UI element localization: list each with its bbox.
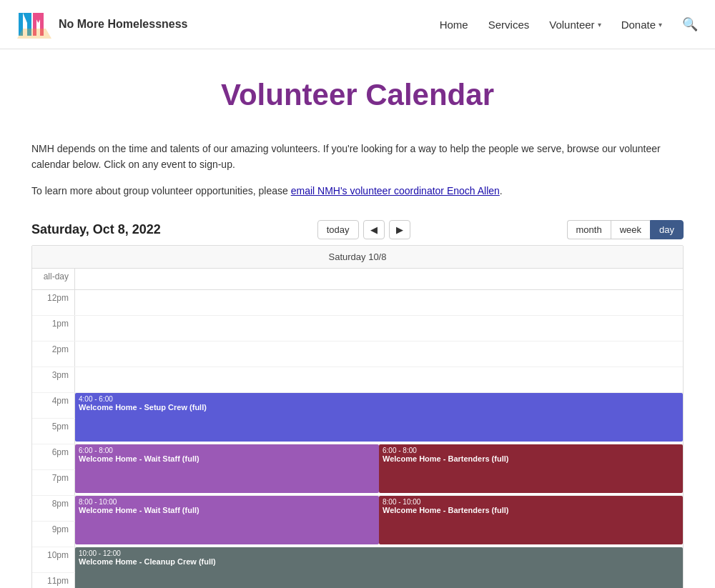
month-view-button[interactable]: month — [567, 220, 611, 239]
time-label-4pm: 4pm — [32, 393, 75, 418]
event-time-event1: 4:00 - 6:00 — [79, 395, 679, 403]
time-row-3pm: 3pm — [32, 367, 683, 393]
time-row-6pm: 6pm6:00 - 8:00Welcome Home - Wait Staff … — [32, 444, 683, 470]
event-time-event5: 8:00 - 10:00 — [383, 498, 679, 506]
volunteer-chevron: ▾ — [598, 21, 601, 29]
time-cell-0 — [75, 290, 683, 315]
intro-paragraph-2: To learn more about group volunteer oppo… — [31, 183, 684, 199]
calendar-controls: Saturday, Oct 8, 2022 today ◀ ▶ month we… — [31, 220, 684, 239]
event-event1[interactable]: 4:00 - 6:00Welcome Home - Setup Crew (fu… — [75, 393, 683, 442]
day-view-button[interactable]: day — [650, 220, 684, 239]
time-label-7pm: 7pm — [32, 470, 75, 495]
today-button[interactable]: today — [317, 220, 359, 239]
next-button[interactable]: ▶ — [389, 220, 410, 239]
allday-row: all-day — [32, 269, 683, 290]
time-rows: 12pm1pm2pm3pm4pm4:00 - 6:00Welcome Home … — [32, 290, 683, 588]
event-time-event2: 6:00 - 8:00 — [79, 447, 375, 454]
site-name: No More Homelessness — [59, 18, 188, 31]
time-row-4pm: 4pm4:00 - 6:00Welcome Home - Setup Crew … — [32, 393, 683, 419]
time-label-8pm: 8pm — [32, 496, 75, 521]
time-cell-10: 10:00 - 12:00Welcome Home - Cleanup Crew… — [75, 547, 683, 572]
nav-services[interactable]: Services — [488, 19, 530, 31]
prev-button[interactable]: ◀ — [363, 220, 385, 239]
calendar-column-header: Saturday 10/8 — [32, 246, 683, 269]
time-cell-6: 6:00 - 8:00Welcome Home - Wait Staff (fu… — [75, 444, 683, 469]
time-row-10pm: 10pm10:00 - 12:00Welcome Home - Cleanup … — [32, 547, 683, 573]
calendar: Saturday 10/8 all-day 12pm1pm2pm3pm4pm4:… — [31, 245, 684, 588]
time-row-1pm: 1pm — [32, 316, 683, 342]
calendar-nav-buttons: today ◀ ▶ — [317, 220, 410, 239]
time-label-12pm: 12pm — [32, 290, 75, 315]
site-header: No More Homelessness Home Services Volun… — [0, 0, 715, 49]
allday-cell — [75, 269, 683, 289]
main-content: Volunteer Calendar NMH depends on the ti… — [14, 49, 701, 588]
event-title-event6: Welcome Home - Cleanup Crew (full) — [79, 557, 679, 566]
event-time-event6: 10:00 - 12:00 — [79, 549, 679, 557]
time-cell-1 — [75, 316, 683, 341]
time-label-1pm: 1pm — [32, 316, 75, 341]
search-icon[interactable]: 🔍 — [682, 16, 698, 32]
time-label-5pm: 5pm — [32, 419, 75, 444]
time-cell-8: 8:00 - 10:00Welcome Home - Wait Staff (f… — [75, 496, 683, 521]
time-label-6pm: 6pm — [32, 444, 75, 469]
time-cell-2 — [75, 342, 683, 367]
event-event6[interactable]: 10:00 - 12:00Welcome Home - Cleanup Crew… — [75, 547, 683, 588]
time-label-2pm: 2pm — [32, 342, 75, 367]
logo-box — [17, 7, 51, 41]
event-time-event4: 8:00 - 10:00 — [79, 498, 375, 506]
event-title-event5: Welcome Home - Bartenders (full) — [383, 506, 679, 514]
time-label-11pm: 11pm — [32, 573, 75, 588]
time-row-2pm: 2pm — [32, 342, 683, 367]
email-link[interactable]: email NMH's volunteer coordinator Enoch … — [291, 185, 500, 196]
event-title-event4: Welcome Home - Wait Staff (full) — [79, 506, 375, 514]
time-row-8pm: 8pm8:00 - 10:00Welcome Home - Wait Staff… — [32, 496, 683, 522]
page-title: Volunteer Calendar — [31, 78, 684, 112]
svg-marker-6 — [17, 29, 51, 39]
event-title-event2: Welcome Home - Wait Staff (full) — [79, 454, 375, 463]
event-time-event3: 6:00 - 8:00 — [383, 447, 679, 454]
time-label-10pm: 10pm — [32, 547, 75, 572]
event-event3[interactable]: 6:00 - 8:00Welcome Home - Bartenders (fu… — [379, 444, 683, 493]
time-label-9pm: 9pm — [32, 522, 75, 547]
event-event2[interactable]: 6:00 - 8:00Welcome Home - Wait Staff (fu… — [75, 444, 379, 493]
event-event5[interactable]: 8:00 - 10:00Welcome Home - Bartenders (f… — [379, 496, 683, 544]
donate-chevron: ▾ — [659, 21, 662, 29]
svg-marker-1 — [23, 13, 27, 23]
nmh-logo-svg — [17, 7, 51, 41]
allday-label: all-day — [32, 269, 75, 289]
nav-donate[interactable]: Donate ▾ — [621, 19, 662, 31]
time-row-12pm: 12pm — [32, 290, 683, 316]
main-nav: Home Services Volunteer ▾ Donate ▾ 🔍 — [440, 16, 698, 32]
logo-area: No More Homelessness — [17, 7, 188, 41]
view-buttons: month week day — [567, 220, 684, 239]
calendar-body: all-day 12pm1pm2pm3pm4pm4:00 - 6:00Welco… — [32, 269, 683, 588]
nav-home[interactable]: Home — [440, 19, 468, 31]
intro-paragraph-1: NMH depends on the time and talents of o… — [31, 141, 684, 173]
event-title-event3: Welcome Home - Bartenders (full) — [383, 454, 679, 463]
time-cell-4: 4:00 - 6:00Welcome Home - Setup Crew (fu… — [75, 393, 683, 418]
calendar-date-label: Saturday, Oct 8, 2022 — [31, 222, 161, 237]
event-title-event1: Welcome Home - Setup Crew (full) — [79, 403, 679, 412]
time-label-3pm: 3pm — [32, 367, 75, 392]
event-event4[interactable]: 8:00 - 10:00Welcome Home - Wait Staff (f… — [75, 496, 379, 544]
nav-volunteer[interactable]: Volunteer ▾ — [549, 19, 601, 31]
time-cell-3 — [75, 367, 683, 392]
week-view-button[interactable]: week — [611, 220, 650, 239]
